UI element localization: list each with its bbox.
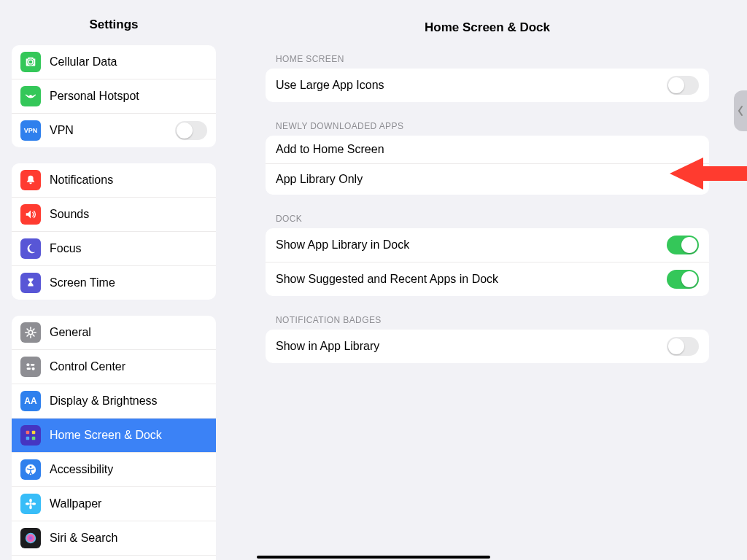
setting-row: Show Suggested and Recent Apps in Dock <box>266 262 709 296</box>
sidebar-item-notif[interactable]: Notifications <box>12 163 216 198</box>
setting-label: Show in App Library <box>276 340 379 353</box>
svg-rect-10 <box>26 437 30 440</box>
siri-icon <box>20 528 41 548</box>
setting-row[interactable]: App Library Only✓ <box>266 164 709 195</box>
sidebar-item-label: Control Center <box>50 360 125 373</box>
svg-point-14 <box>29 502 32 505</box>
toggle-switch[interactable] <box>667 337 699 356</box>
sidebar-item-label: Screen Time <box>50 276 115 289</box>
hourglass-icon <box>20 273 41 293</box>
sidebar-item-vpn[interactable]: VPNVPN <box>12 114 216 147</box>
sidebar-item-general[interactable]: General <box>12 316 216 350</box>
svg-point-15 <box>29 499 32 502</box>
section-header: Dock <box>276 214 709 224</box>
sidebar-item-label: Sounds <box>50 208 89 221</box>
sidebar-item-label: Home Screen & Dock <box>50 429 162 442</box>
svg-point-0 <box>29 61 33 64</box>
setting-row[interactable]: Add to Home Screen <box>266 136 709 164</box>
sidebar: Settings Cellular DataPersonal HotspotVP… <box>0 0 228 560</box>
sidebar-item-label: VPN <box>50 124 74 137</box>
aa-icon: AA <box>20 391 41 411</box>
accessibility-icon <box>20 459 41 480</box>
sidebar-item-pencil[interactable]: Apple Pencil <box>12 556 216 560</box>
sidebar-item-label: Accessibility <box>50 463 113 476</box>
setting-row: Show App Library in Dock <box>266 228 709 262</box>
sidebar-item-label: Notifications <box>50 174 113 187</box>
setting-label: Add to Home Screen <box>276 143 384 156</box>
setting-row: Show in App Library <box>266 330 709 363</box>
setting-label: App Library Only <box>276 173 363 186</box>
svg-point-7 <box>32 368 35 370</box>
toggle-switch[interactable] <box>667 270 699 289</box>
sidebar-item-cell[interactable]: Cellular Data <box>12 45 216 79</box>
vpn-toggle[interactable] <box>175 121 207 140</box>
detail-title: Home Screen & Dock <box>266 20 709 35</box>
sidebar-item-home[interactable]: Home Screen & Dock <box>12 419 216 453</box>
sidebar-item-label: Siri & Search <box>50 532 117 545</box>
sidebar-item-label: Cellular Data <box>50 55 117 69</box>
home-indicator[interactable] <box>257 556 490 559</box>
setting-label: Show Suggested and Recent Apps in Dock <box>276 273 498 286</box>
sidebar-item-wall[interactable]: Wallpaper <box>12 487 216 521</box>
sidebar-item-screent[interactable]: Screen Time <box>12 266 216 300</box>
cellular-icon <box>20 52 41 72</box>
hotspot-icon <box>20 86 41 106</box>
switches-icon <box>20 357 41 377</box>
sidebar-title: Settings <box>0 18 228 32</box>
toggle-switch[interactable] <box>667 76 699 95</box>
gear-icon <box>20 322 41 343</box>
svg-rect-8 <box>26 431 30 435</box>
checkmark-icon: ✓ <box>688 171 699 187</box>
vpn-icon: VPN <box>20 120 41 141</box>
svg-point-17 <box>26 502 29 505</box>
sidebar-item-label: General <box>50 326 91 339</box>
section-header: Newly Downloaded Apps <box>276 121 709 131</box>
sidebar-item-display[interactable]: AADisplay & Brightness <box>12 384 216 419</box>
svg-point-16 <box>29 505 32 509</box>
bell-icon <box>20 170 41 190</box>
sidebar-item-label: Focus <box>50 242 82 255</box>
sidebar-item-sounds[interactable]: Sounds <box>12 198 216 232</box>
sidebar-item-cc[interactable]: Control Center <box>12 350 216 384</box>
toggle-switch[interactable] <box>667 236 699 254</box>
svg-point-13 <box>30 466 32 468</box>
sidebar-item-label: Display & Brightness <box>50 394 158 408</box>
section-header: Notification Badges <box>276 315 709 325</box>
detail-panel: Home Screen & Dock Home ScreenUse Large … <box>228 0 747 560</box>
svg-point-4 <box>26 363 29 366</box>
setting-row: Use Large App Icons <box>266 69 709 102</box>
setting-label: Show App Library in Dock <box>276 238 409 252</box>
sidebar-item-hotspot[interactable]: Personal Hotspot <box>12 79 216 114</box>
grid-icon <box>20 425 41 446</box>
setting-label: Use Large App Icons <box>276 79 384 92</box>
slide-over-handle[interactable] <box>734 90 747 131</box>
sidebar-item-label: Personal Hotspot <box>50 90 139 103</box>
svg-point-19 <box>26 533 36 543</box>
svg-rect-9 <box>32 431 36 435</box>
flower-icon <box>20 494 41 514</box>
svg-point-3 <box>28 330 32 334</box>
sidebar-item-access[interactable]: Accessibility <box>12 453 216 487</box>
sidebar-item-focus[interactable]: Focus <box>12 232 216 266</box>
svg-point-18 <box>32 502 36 505</box>
sidebar-item-siri[interactable]: Siri & Search <box>12 521 216 556</box>
svg-rect-11 <box>32 437 36 440</box>
moon-icon <box>20 238 41 259</box>
sidebar-item-label: Wallpaper <box>50 497 101 510</box>
section-header: Home Screen <box>276 54 709 64</box>
svg-rect-6 <box>27 368 31 370</box>
svg-rect-5 <box>31 364 34 366</box>
speaker-icon <box>20 204 41 225</box>
